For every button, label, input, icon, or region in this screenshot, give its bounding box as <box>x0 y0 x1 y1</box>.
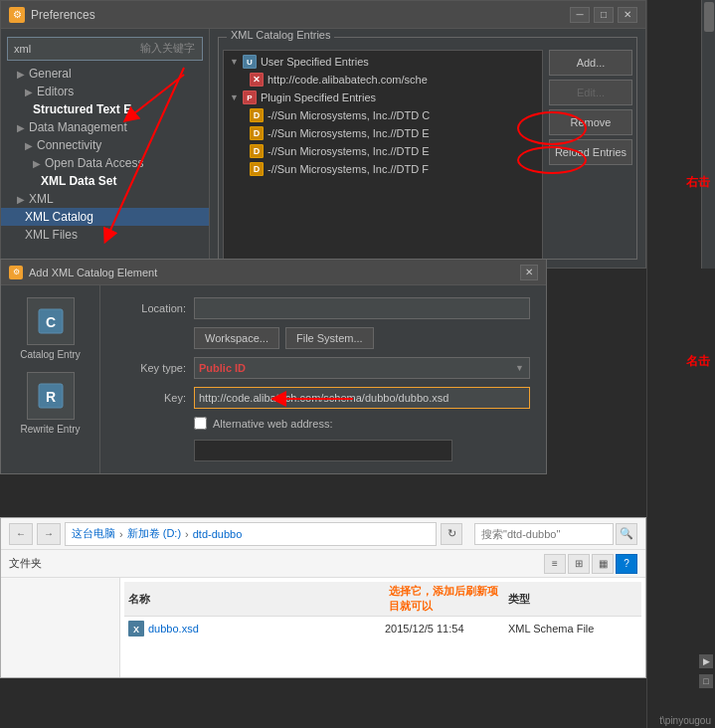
col-name: 名称 <box>128 592 389 607</box>
catalog-entry-url[interactable]: ✕ http://code.alibabatech.com/sche <box>226 71 540 89</box>
tree-item-open-data[interactable]: ▶ Open Data Access <box>1 154 209 172</box>
location-label: Location: <box>116 302 186 314</box>
key-row: Key: <box>116 387 530 409</box>
catalog-group: XML Catalog Entries ▼ U User Specified E… <box>218 37 637 260</box>
bottom-right-btn2[interactable]: □ <box>699 674 713 688</box>
fb-breadcrumb: 这台电脑 › 新加卷 (D:) › dtd-dubbo <box>65 522 437 546</box>
catalog-entry-icon: C <box>27 297 75 345</box>
catalog-entry-icon-item[interactable]: C Catalog Entry <box>7 297 93 360</box>
tree-item-structured-text[interactable]: Structured Text E <box>1 100 209 118</box>
alt-web-row: Alternative web address: <box>116 417 530 430</box>
file-buttons-row: Workspace... File System... <box>116 327 530 349</box>
fb-toolbar2: 文件夹 ≡ ⊞ ▦ ? <box>1 550 645 578</box>
col-date: 选择它，添加后刷新项目就可以 <box>389 584 508 614</box>
minimize-button[interactable]: ─ <box>570 7 590 23</box>
rewrite-entry-icon-item[interactable]: R Rewrite Entry <box>7 372 93 435</box>
fb-back-button[interactable]: ← <box>9 523 33 545</box>
window-controls: ─ □ ✕ <box>570 7 637 23</box>
tree-item-connectivity[interactable]: ▶ Connectivity <box>1 136 209 154</box>
fb-toolbar: ← → 这台电脑 › 新加卷 (D:) › dtd-dubbo ↻ 🔍 <box>1 518 645 550</box>
svg-text:R: R <box>45 389 55 405</box>
reload-button[interactable]: Reload Entries <box>549 139 632 165</box>
fb-search: 🔍 <box>474 523 637 545</box>
alt-web-input[interactable] <box>194 440 452 461</box>
location-row: Location: <box>116 297 530 319</box>
fb-search-input[interactable] <box>474 523 614 545</box>
bottom-icon: ▶ <box>703 656 710 666</box>
d-icon: D <box>250 108 264 122</box>
file-type: XML Schema File <box>508 623 637 635</box>
tree-item-general[interactable]: ▶ General <box>1 65 209 83</box>
arrow-icon: ▶ <box>17 194 25 205</box>
alt-web-input-row <box>116 440 530 461</box>
fb-crumb-folder[interactable]: dtd-dubbo <box>193 528 243 540</box>
tree-item-xml-dataset[interactable]: XML Data Set <box>1 172 209 190</box>
svg-text:C: C <box>45 314 55 330</box>
fb-crumb-drive[interactable]: 新加卷 (D:) <box>127 526 181 541</box>
fb-details-view-btn[interactable]: ⊞ <box>568 554 590 574</box>
search-input[interactable] <box>7 37 203 61</box>
remove-button[interactable]: Remove <box>549 109 632 135</box>
preferences-tree-panel: 输入关键字 ▶ General ▶ Editors Structured Tex… <box>1 29 210 268</box>
catalog-entry-label: Catalog Entry <box>20 349 81 360</box>
catalog-entry-plugin[interactable]: ▼ P Plugin Specified Entries <box>226 89 540 106</box>
catalog-entry-sun3[interactable]: D -//Sun Microsystems, Inc.//DTD E <box>226 142 540 160</box>
close-button[interactable]: ✕ <box>618 7 637 23</box>
fb-crumb-computer[interactable]: 这台电脑 <box>72 526 115 541</box>
catalog-entry-sun4[interactable]: D -//Sun Microsystems, Inc.//DTD F <box>226 160 540 178</box>
file-date: 2015/12/5 11:54 <box>385 623 504 635</box>
folder-label: 文件夹 <box>9 556 42 571</box>
add-button[interactable]: Add... <box>549 50 632 76</box>
search-box: 输入关键字 <box>7 37 203 61</box>
arrow-icon: ▶ <box>17 69 25 80</box>
add-dialog-title: Add XML Catalog Element <box>29 267 520 278</box>
fb-search-button[interactable]: 🔍 <box>616 523 637 545</box>
col-type: 类型 <box>508 592 637 607</box>
tree-item-xml-files[interactable]: XML Files <box>1 226 209 244</box>
fb-file-row[interactable]: X dubbo.xsd 2015/12/5 11:54 XML Schema F… <box>124 617 641 640</box>
bottom-path-text: t\pinyougou <box>655 713 715 728</box>
keytype-select-wrapper: Public ID System ID URI ▼ <box>194 357 530 379</box>
fb-grid-view-btn[interactable]: ▦ <box>592 554 614 574</box>
file-browser: ← → 这台电脑 › 新加卷 (D:) › dtd-dubbo ↻ 🔍 文件夹 … <box>0 517 646 678</box>
right-scrollbar[interactable] <box>701 0 715 269</box>
preferences-icon: ⚙ <box>9 7 25 23</box>
fb-help-btn[interactable]: ? <box>616 554 637 574</box>
add-dialog-titlebar: ⚙ Add XML Catalog Element ✕ <box>1 260 546 285</box>
key-input[interactable] <box>194 387 530 409</box>
catalog-entry-sun2[interactable]: D -//Sun Microsystems, Inc.//DTD E <box>226 124 540 142</box>
tree-item-editors[interactable]: ▶ Editors <box>1 83 209 100</box>
catalog-buttons: Add... Edit... Remove Reload Entries <box>543 50 632 263</box>
catalog-tree: ▼ U User Specified Entries ✕ http://code… <box>223 50 543 263</box>
keytype-select[interactable]: Public ID System ID URI <box>194 357 530 379</box>
fb-column-headers: 名称 选择它，添加后刷新项目就可以 类型 <box>124 582 641 617</box>
alt-web-checkbox[interactable] <box>194 417 207 430</box>
filesystem-button[interactable]: File System... <box>285 327 374 349</box>
breadcrumb-separator: › <box>185 528 189 540</box>
add-dialog-icons: C Catalog Entry R Rewrite Entry <box>1 285 100 473</box>
catalog-content: ▼ U User Specified Entries ✕ http://code… <box>223 50 632 263</box>
catalog-entry-user[interactable]: ▼ U User Specified Entries <box>226 53 540 71</box>
edit-button[interactable]: Edit... <box>549 80 632 105</box>
preferences-title: Preferences <box>31 8 570 22</box>
tree-item-xml[interactable]: ▶ XML <box>1 190 209 208</box>
tree-item-data-management[interactable]: ▶ Data Management <box>1 118 209 136</box>
location-input[interactable] <box>194 297 530 319</box>
alt-web-label: Alternative web address: <box>213 418 332 430</box>
arrow-icon: ▶ <box>33 158 41 169</box>
fb-list-view-btn[interactable]: ≡ <box>544 554 566 574</box>
preferences-titlebar: ⚙ Preferences ─ □ ✕ <box>1 1 645 29</box>
bottom-right-btn1[interactable]: ▶ <box>699 654 713 668</box>
breadcrumb-separator: › <box>119 528 123 540</box>
keytype-label: Key type: <box>116 362 186 374</box>
add-dialog-close-button[interactable]: ✕ <box>520 265 538 280</box>
tree-item-xml-catalog[interactable]: XML Catalog <box>1 208 209 226</box>
workspace-button[interactable]: Workspace... <box>194 327 279 349</box>
fb-refresh-button[interactable]: ↻ <box>441 523 462 545</box>
fb-forward-button[interactable]: → <box>37 523 61 545</box>
catalog-entry-sun1[interactable]: D -//Sun Microsystems, Inc.//DTD C <box>226 106 540 124</box>
keytype-row: Key type: Public ID System ID URI ▼ <box>116 357 530 379</box>
file-name: dubbo.xsd <box>148 623 381 635</box>
maximize-button[interactable]: □ <box>594 7 614 23</box>
add-dialog-icon: ⚙ <box>9 266 23 279</box>
